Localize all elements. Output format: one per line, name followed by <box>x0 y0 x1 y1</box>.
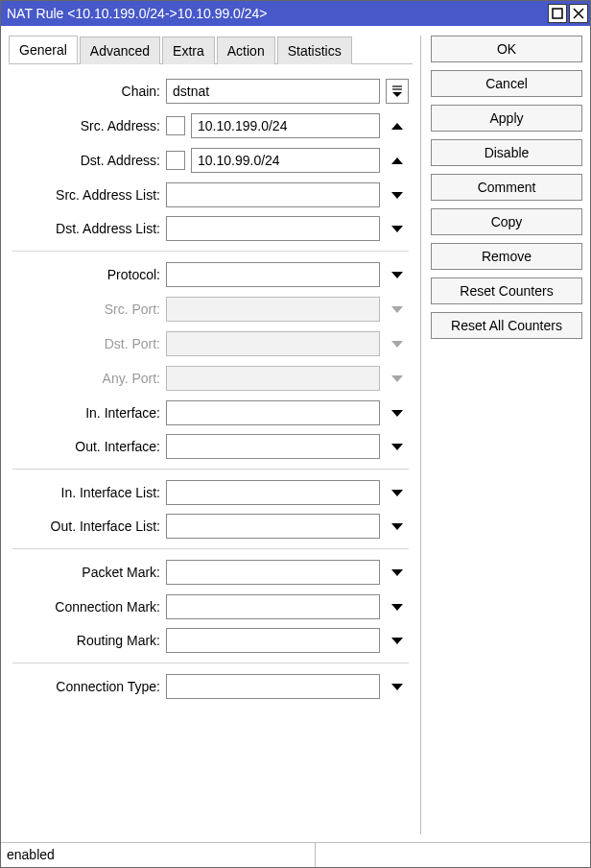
chevron-up-icon <box>391 157 403 164</box>
routing-mark-combobox[interactable] <box>166 628 380 653</box>
chevron-down-icon <box>391 684 403 690</box>
tab-advanced[interactable]: Advanced <box>80 36 160 64</box>
status-blank <box>316 843 590 867</box>
packet-mark-combobox[interactable] <box>166 560 380 585</box>
bars-down-icon <box>392 85 402 97</box>
out-interface-label: Out. Interface: <box>12 439 166 454</box>
protocol-expand[interactable] <box>386 262 409 287</box>
out-interface-list-expand[interactable] <box>386 514 409 539</box>
connection-type-combobox[interactable] <box>166 674 380 699</box>
reset-counters-button[interactable]: Reset Counters <box>431 277 582 304</box>
out-interface-list-combobox[interactable] <box>166 514 380 539</box>
chevron-down-icon <box>391 523 403 530</box>
dst-address-collapse[interactable] <box>386 148 409 173</box>
dst-address-label: Dst. Address: <box>12 153 166 168</box>
src-port-input <box>166 297 380 322</box>
connection-mark-combobox[interactable] <box>166 594 380 619</box>
any-port-label: Any. Port: <box>12 371 166 386</box>
in-interface-label: In. Interface: <box>12 405 166 421</box>
src-address-list-combobox[interactable] <box>166 182 380 207</box>
packet-mark-expand[interactable] <box>386 560 409 585</box>
connection-mark-expand[interactable] <box>386 594 409 619</box>
tab-general[interactable]: General <box>9 36 78 63</box>
any-port-expand <box>386 366 409 391</box>
packet-mark-label: Packet Mark: <box>12 565 166 580</box>
connection-type-label: Connection Type: <box>12 679 166 694</box>
in-interface-list-expand[interactable] <box>386 480 409 505</box>
chevron-down-icon <box>391 341 403 348</box>
chevron-down-icon <box>391 375 403 382</box>
copy-button[interactable]: Copy <box>431 208 582 235</box>
dst-port-label: Dst. Port: <box>12 336 166 351</box>
dst-address-negate[interactable] <box>166 151 185 170</box>
dst-port-expand <box>386 331 409 356</box>
reset-all-counters-button[interactable]: Reset All Counters <box>431 312 582 339</box>
tab-extra[interactable]: Extra <box>162 36 215 64</box>
in-interface-list-combobox[interactable] <box>166 480 380 505</box>
dst-address-list-combobox[interactable] <box>166 216 380 241</box>
in-interface-combobox[interactable] <box>166 400 380 425</box>
chain-combobox[interactable]: dstnat <box>166 79 380 104</box>
svg-marker-5 <box>392 92 402 97</box>
close-icon <box>573 8 584 19</box>
src-address-collapse[interactable] <box>386 113 409 138</box>
chevron-down-icon <box>391 192 403 199</box>
out-interface-expand[interactable] <box>386 434 409 459</box>
close-button[interactable] <box>569 4 588 23</box>
dst-address-input[interactable] <box>191 148 380 173</box>
status-bar: enabled <box>1 842 590 867</box>
chevron-down-icon <box>391 306 403 313</box>
remove-button[interactable]: Remove <box>431 243 582 270</box>
chain-label: Chain: <box>12 84 166 99</box>
any-port-input <box>166 366 380 391</box>
in-interface-expand[interactable] <box>386 400 409 425</box>
chevron-down-icon <box>391 569 403 576</box>
out-interface-list-label: Out. Interface List: <box>12 518 166 534</box>
src-address-input[interactable] <box>191 113 380 138</box>
src-port-label: Src. Port: <box>12 301 166 317</box>
ok-button[interactable]: OK <box>431 36 582 62</box>
dst-address-list-expand[interactable] <box>386 216 409 241</box>
side-button-panel: OK Cancel Apply Disable Comment Copy Rem… <box>421 36 582 339</box>
src-address-label: Src. Address: <box>12 118 166 133</box>
routing-mark-expand[interactable] <box>386 628 409 653</box>
connection-type-expand[interactable] <box>386 674 409 699</box>
chain-dropdown-button[interactable] <box>386 79 409 104</box>
svg-rect-0 <box>553 9 562 18</box>
apply-button[interactable]: Apply <box>431 105 582 132</box>
protocol-combobox[interactable] <box>166 262 380 287</box>
disable-button[interactable]: Disable <box>431 139 582 166</box>
chevron-down-icon <box>391 410 403 417</box>
tab-statistics[interactable]: Statistics <box>277 36 352 64</box>
src-address-negate[interactable] <box>166 116 185 135</box>
title-bar: NAT Rule <10.10.199.0/24->10.10.99.0/24> <box>1 1 590 26</box>
chevron-up-icon <box>391 123 403 130</box>
chevron-down-icon <box>391 638 403 644</box>
chevron-down-icon <box>391 226 403 232</box>
tab-action[interactable]: Action <box>217 36 275 64</box>
window-title: NAT Rule <10.10.199.0/24->10.10.99.0/24> <box>7 6 546 21</box>
src-address-list-label: Src. Address List: <box>12 187 166 203</box>
in-interface-list-label: In. Interface List: <box>12 485 166 500</box>
chevron-down-icon <box>391 272 403 278</box>
src-address-list-expand[interactable] <box>386 182 409 207</box>
chevron-down-icon <box>391 444 403 450</box>
cancel-button[interactable]: Cancel <box>431 70 582 97</box>
protocol-label: Protocol: <box>12 267 166 282</box>
connection-mark-label: Connection Mark: <box>12 599 166 615</box>
src-port-expand <box>386 297 409 322</box>
dst-address-list-label: Dst. Address List: <box>12 221 166 236</box>
chevron-down-icon <box>391 604 403 611</box>
comment-button[interactable]: Comment <box>431 174 582 201</box>
tab-bar: General Advanced Extra Action Statistics <box>9 36 413 64</box>
tab-content-general: Chain: dstnat Src. Address: <box>9 64 413 834</box>
dst-port-input <box>166 331 380 356</box>
status-state: enabled <box>1 843 316 867</box>
chevron-down-icon <box>391 490 403 496</box>
maximize-button[interactable] <box>548 4 567 23</box>
out-interface-combobox[interactable] <box>166 434 380 459</box>
maximize-icon <box>552 8 563 19</box>
routing-mark-label: Routing Mark: <box>12 633 166 648</box>
